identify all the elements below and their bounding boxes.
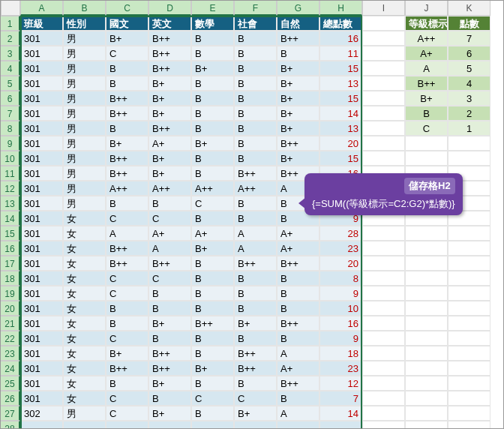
cell[interactable]: B++	[106, 166, 148, 181]
row-header[interactable]: 26	[1, 391, 20, 406]
cell[interactable]: B	[277, 46, 320, 61]
cell[interactable]: B	[277, 391, 320, 406]
cell[interactable]: 301	[20, 376, 63, 391]
row-header[interactable]: 28	[1, 421, 20, 429]
cell[interactable]	[63, 421, 106, 429]
cell[interactable]	[448, 331, 490, 346]
cell[interactable]: B	[148, 331, 191, 346]
cell[interactable]: B++	[277, 376, 320, 391]
cell[interactable]: 301	[20, 166, 63, 181]
legend-cell[interactable]: 6	[448, 46, 490, 61]
cell[interactable]: C	[191, 391, 234, 406]
cell[interactable]	[448, 301, 490, 316]
cell[interactable]: 301	[20, 391, 63, 406]
cell[interactable]: B++	[148, 346, 191, 361]
cell[interactable]: 女	[63, 316, 106, 331]
cell[interactable]: B+	[106, 136, 148, 151]
cell[interactable]: B+	[148, 91, 191, 106]
cell[interactable]: 301	[20, 91, 63, 106]
cell[interactable]: 301	[20, 226, 63, 241]
cell[interactable]: B++	[106, 256, 148, 271]
cell[interactable]: C	[191, 196, 234, 211]
cell[interactable]: B	[191, 76, 234, 91]
cell[interactable]: B	[148, 391, 191, 406]
cell[interactable]: 女	[63, 226, 106, 241]
cell[interactable]	[405, 136, 448, 151]
col-header[interactable]: K	[448, 1, 490, 16]
cell[interactable]: B	[191, 211, 234, 226]
cell[interactable]	[405, 376, 448, 391]
legend-cell[interactable]: B	[405, 106, 448, 121]
cell[interactable]	[448, 406, 490, 421]
cell[interactable]: B++	[106, 361, 148, 376]
cell[interactable]: B+	[234, 316, 277, 331]
cell[interactable]: A++	[191, 181, 234, 196]
cell[interactable]: B	[191, 31, 234, 46]
cell[interactable]: 男	[63, 46, 106, 61]
cell[interactable]	[448, 271, 490, 286]
cell[interactable]	[405, 151, 448, 166]
cell[interactable]: B++	[148, 61, 191, 76]
cell[interactable]	[405, 316, 448, 331]
cell[interactable]: 男	[63, 406, 106, 421]
row-header[interactable]: 18	[1, 271, 20, 286]
cell[interactable]: B+	[191, 361, 234, 376]
cell[interactable]: B++	[234, 346, 277, 361]
cell[interactable]: 女	[63, 256, 106, 271]
cell[interactable]: 男	[63, 76, 106, 91]
row-header[interactable]: 22	[1, 331, 20, 346]
cell[interactable]: 301	[20, 301, 63, 316]
cell[interactable]: B	[234, 46, 277, 61]
corner-cell[interactable]	[1, 1, 20, 16]
cell[interactable]: C	[148, 211, 191, 226]
cell[interactable]: A+	[191, 226, 234, 241]
cell[interactable]: 女	[63, 346, 106, 361]
cell[interactable]: 301	[20, 136, 63, 151]
cell[interactable]: 20	[320, 136, 362, 151]
cell[interactable]	[448, 151, 490, 166]
cell[interactable]: B	[191, 256, 234, 271]
cell[interactable]: B	[234, 301, 277, 316]
cell[interactable]: B	[106, 76, 148, 91]
cell[interactable]	[362, 241, 405, 256]
header-cell[interactable]: 總點數	[320, 16, 362, 31]
cell[interactable]: 301	[20, 271, 63, 286]
cell[interactable]	[362, 286, 405, 301]
legend-cell[interactable]: B++	[405, 76, 448, 91]
cell[interactable]: B	[106, 316, 148, 331]
cell[interactable]: C	[106, 391, 148, 406]
row-header[interactable]: 27	[1, 406, 20, 421]
cell[interactable]: B	[106, 121, 148, 136]
cell[interactable]: B	[106, 301, 148, 316]
cell[interactable]	[362, 106, 405, 121]
cell[interactable]	[362, 406, 405, 421]
legend-cell[interactable]: 5	[448, 61, 490, 76]
cell[interactable]	[362, 46, 405, 61]
cell[interactable]: A+	[277, 226, 320, 241]
cell[interactable]: B	[277, 271, 320, 286]
cell[interactable]	[405, 361, 448, 376]
cell[interactable]: B++	[106, 91, 148, 106]
cell[interactable]	[405, 241, 448, 256]
cell[interactable]: B	[234, 271, 277, 286]
cell[interactable]: B	[191, 301, 234, 316]
row-header[interactable]: 2	[1, 31, 20, 46]
cell[interactable]	[448, 421, 490, 429]
cell[interactable]: A	[148, 241, 191, 256]
cell[interactable]: 301	[20, 256, 63, 271]
cell[interactable]: B	[234, 91, 277, 106]
cell[interactable]: B+	[191, 241, 234, 256]
cell[interactable]: B	[191, 46, 234, 61]
header-cell[interactable]: 班級	[20, 16, 63, 31]
cell[interactable]: A+	[148, 226, 191, 241]
cell[interactable]: B	[106, 61, 148, 76]
cell[interactable]: 男	[63, 196, 106, 211]
cell[interactable]: B++	[148, 46, 191, 61]
legend-cell[interactable]: C	[405, 121, 448, 136]
cell[interactable]: 302	[20, 406, 63, 421]
cell[interactable]: A	[277, 406, 320, 421]
cell[interactable]: C	[106, 211, 148, 226]
cell[interactable]: C	[106, 286, 148, 301]
cell[interactable]: 女	[63, 211, 106, 226]
row-header[interactable]: 5	[1, 76, 20, 91]
